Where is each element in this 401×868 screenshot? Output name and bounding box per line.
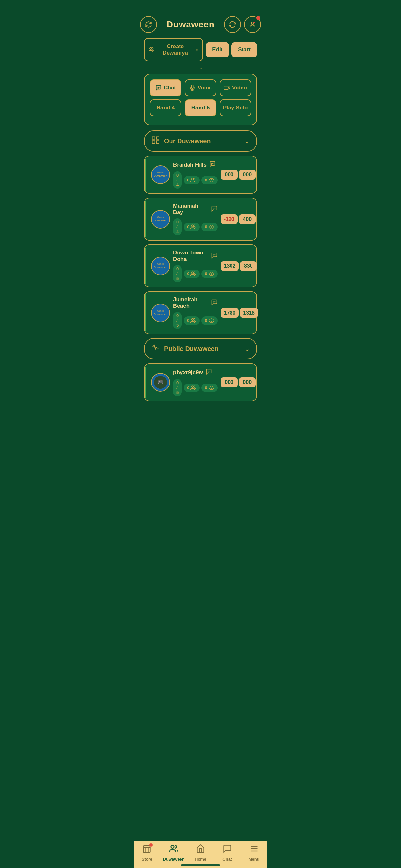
room-chat-button[interactable] [211,299,218,307]
svg-point-45 [192,385,194,388]
watchers-stat: 0 [202,223,217,231]
public-duwaween-section-header[interactable]: Public Duwaween ⌄ [144,338,257,360]
create-arrows: » [196,47,198,52]
room-score1: 1780 [221,308,239,318]
room-card[interactable]: Duwaween Games Manamah Bay0 / 40 0 -1204… [144,197,257,241]
nav-menu[interactable]: Menu [241,844,267,862]
play-solo-label: Play Solo [223,104,248,111]
room-info: Down Town Doha0 / 50 0 [173,250,218,282]
svg-point-39 [192,318,194,320]
our-rooms-list: Duwaween Games Braidah Hills0 / 40 0 000… [139,156,262,334]
room-avatar: Duwaween Games [151,165,170,184]
public-duwaween-icon [151,343,160,354]
room-info: phyxr9jc9w0 / 50 0 [173,368,218,396]
room-score2: 000 [239,170,256,180]
room-avatar: Duwaween Games [151,304,170,322]
room-avatar: Duwaween Games [151,257,170,275]
svg-text:Duwaween: Duwaween [154,312,167,315]
teams-stat: 0 [184,176,199,184]
chat-mode-label: Chat [164,85,176,91]
svg-point-19 [211,179,212,181]
room-status-bar [145,201,146,237]
room-name: Down Town Doha [173,250,209,262]
store-icon [143,845,151,855]
voice-mode-button[interactable]: Voice [185,80,216,96]
watchers-stat: 0 [202,176,217,184]
notification-dot [256,16,260,20]
header: Duwaween [134,0,267,38]
chat-nav-label: Chat [222,857,232,862]
players-stat: 0 / 4 [173,172,182,189]
svg-text:Games: Games [157,216,164,218]
create-label: Create Dewaniya [157,43,193,56]
hand4-button[interactable]: Hand 4 [150,99,181,116]
room-info: Jumeirah Beach0 / 50 0 [173,297,218,329]
svg-rect-10 [156,137,159,140]
chat-nav-icon [223,844,232,856]
room-chat-button[interactable] [206,368,212,376]
svg-text:Duwaween: Duwaween [154,175,167,177]
nav-chat[interactable]: Chat [214,844,241,862]
svg-point-0 [251,22,254,25]
voice-mode-label: Voice [197,85,212,91]
room-score1: 000 [221,170,238,180]
svg-point-25 [192,225,194,227]
svg-point-2 [150,48,152,50]
room-chat-button[interactable] [211,252,218,260]
teams-stat: 0 [184,270,199,278]
players-stat: 0 / 5 [173,312,182,329]
play-solo-button[interactable]: Play Solo [220,99,251,116]
svg-rect-8 [224,86,228,90]
room-card[interactable]: Duwaween Games Down Town Doha0 / 50 0 13… [144,244,257,287]
create-dewaniya-button[interactable]: Create Dewaniya » [144,38,203,61]
collapse-indicator: ⌄ [139,64,262,71]
room-chat-button[interactable] [211,206,218,213]
svg-text:Games: Games [157,263,164,265]
menu-nav-label: Menu [249,857,259,862]
room-card[interactable]: Duwaween Games Braidah Hills0 / 40 0 000… [144,156,257,194]
home-indicator [181,864,220,866]
chat-mode-button[interactable]: Chat [150,80,181,96]
players-stat: 0 / 5 [173,265,182,282]
public-duwaween-title: Public Duwaween [164,345,219,352]
main-content: Create Dewaniya » Edit Start ⌄ Chat [134,38,267,868]
room-score2: 830 [240,261,257,271]
svg-rect-12 [156,141,159,144]
room-card[interactable]: Duwaween Games Jumeirah Beach0 / 50 0 17… [144,291,257,334]
video-mode-button[interactable]: Video [220,80,251,96]
room-score2: 400 [239,214,256,224]
room-status-bar [145,294,146,331]
start-button[interactable]: Start [232,42,257,58]
mode-selection-card: Chat Voice Video Hand [144,73,257,125]
room-name: Jumeirah Beach [173,297,209,309]
edit-button[interactable]: Edit [206,42,229,58]
room-card[interactable]: 🎮 phyxr9jc9w0 / 50 0 000000 [144,363,257,401]
our-duwaween-title: Our Duwaween [164,137,211,145]
our-duwaween-section-header[interactable]: Our Duwaween ⌄ [144,130,257,152]
action-row: Create Dewaniya » Edit Start [144,38,257,61]
room-score1: 000 [221,377,238,387]
refresh-button[interactable] [224,16,241,33]
room-status-bar [145,367,146,398]
room-avatar: 🎮 [151,373,170,392]
svg-point-40 [211,320,212,321]
communication-mode-row: Chat Voice Video [150,80,251,96]
svg-point-26 [211,226,212,228]
public-rooms-list: 🎮 phyxr9jc9w0 / 50 0 000000 [139,363,262,401]
rotate-button[interactable] [140,16,157,33]
svg-rect-11 [152,141,155,144]
svg-point-49 [171,845,174,848]
hand5-button[interactable]: Hand 5 [185,99,216,116]
menu-nav-icon [250,844,258,856]
nav-duwaween[interactable]: Duwaween [160,844,187,862]
players-stat: 0 / 5 [173,379,182,396]
room-chat-button[interactable] [209,161,216,169]
room-status-bar [145,159,146,190]
room-score2: 000 [239,377,256,387]
nav-home[interactable]: Home [187,844,214,862]
svg-point-33 [211,273,212,275]
svg-text:Games: Games [157,310,164,312]
hand4-label: Hand 4 [157,104,175,111]
home-nav-label: Home [195,857,206,862]
nav-store[interactable]: Store [134,844,160,862]
